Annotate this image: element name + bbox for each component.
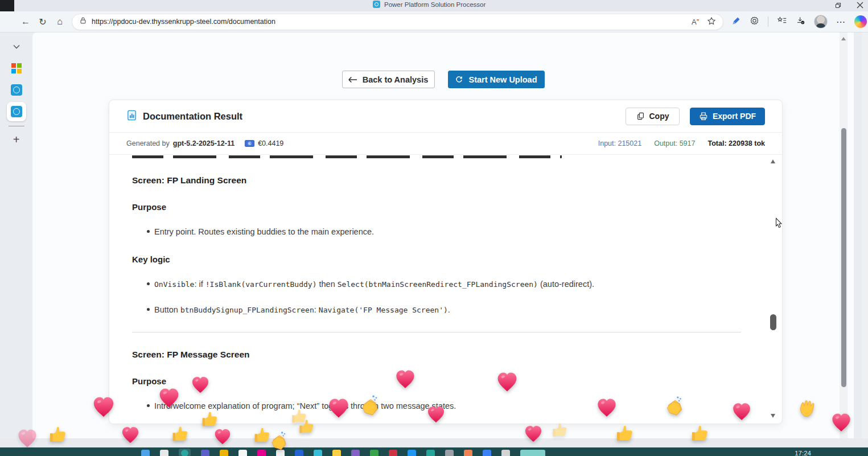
taskbar-app-icon[interactable] bbox=[445, 450, 454, 456]
taskbar-app-icon[interactable] bbox=[276, 450, 285, 456]
taskbar-app-icon[interactable] bbox=[389, 450, 397, 456]
sidebar-tab-microsoft[interactable] bbox=[7, 59, 26, 78]
taskbar-app-icon[interactable] bbox=[238, 450, 247, 456]
microsoft-logo-icon bbox=[11, 63, 22, 73]
doc-body: Screen: FP Landing ScreenPurposeEntry po… bbox=[109, 155, 782, 423]
copy-button[interactable]: Copy bbox=[626, 108, 680, 125]
sub-heading: Purpose bbox=[132, 202, 750, 212]
read-aloud-icon[interactable]: A” bbox=[692, 18, 699, 26]
taskbar-app-icon[interactable] bbox=[141, 450, 150, 456]
taskbar-app-icon[interactable] bbox=[351, 450, 360, 456]
sidebar-tab-app-active[interactable] bbox=[7, 102, 26, 121]
taskbar-app-icon[interactable] bbox=[332, 450, 341, 456]
address-bar[interactable]: https://ppdocu-dev.thyssenkrupp-steel.co… bbox=[72, 14, 723, 30]
generated-by-text: Generated by bbox=[126, 139, 170, 147]
taskbar-app-icon[interactable] bbox=[408, 450, 416, 456]
workspace: + Back to Analysis Start New Upload Docu… bbox=[0, 32, 868, 447]
lock-icon bbox=[79, 17, 87, 27]
scroll-up-arrow-icon[interactable] bbox=[771, 159, 775, 163]
reload-icon[interactable]: ↻ bbox=[34, 17, 51, 27]
page-scroll-up-icon[interactable] bbox=[841, 37, 846, 40]
tab-title: Power Platform Solution Processor bbox=[384, 1, 486, 8]
bullet-item: Button btnBuddySignup_FPLandingScreen: N… bbox=[132, 305, 750, 316]
browser-toolbar: ← ↻ ⌂ https://ppdocu-dev.thyssenkrupp-st… bbox=[0, 11, 868, 32]
taskbar-app-icon[interactable] bbox=[464, 450, 472, 456]
section-divider bbox=[132, 332, 741, 332]
generation-cost: €0.4419 bbox=[258, 139, 283, 147]
taskbar-app-icon[interactable] bbox=[370, 450, 379, 456]
documentation-scroll-area[interactable]: Screen: FP Landing ScreenPurposeEntry po… bbox=[109, 155, 782, 423]
documentation-result-card: Documentation Result Copy Export PDF Gen… bbox=[109, 100, 783, 424]
scroll-down-arrow-icon[interactable] bbox=[771, 414, 775, 418]
taskbar-app-icon[interactable] bbox=[160, 450, 168, 456]
window-restore-button[interactable] bbox=[834, 2, 842, 9]
home-icon[interactable]: ⌂ bbox=[51, 17, 68, 27]
taskbar-app-icon[interactable] bbox=[501, 450, 510, 456]
toolbar-divider bbox=[768, 17, 768, 27]
start-new-upload-button[interactable]: Start New Upload bbox=[448, 71, 545, 88]
card-title: Documentation Result bbox=[143, 111, 242, 122]
profile-avatar[interactable] bbox=[814, 15, 828, 28]
windows-taskbar[interactable]: 17:24 bbox=[0, 447, 868, 456]
app-favicon-icon bbox=[11, 106, 22, 117]
browser-tab[interactable]: Power Platform Solution Processor bbox=[373, 1, 486, 8]
taskbar-app-icon[interactable] bbox=[426, 450, 435, 456]
model-name: gpt-5.2-2025-12-11 bbox=[173, 139, 235, 147]
document-chart-icon bbox=[126, 110, 137, 123]
page-scrollbar-thumb[interactable] bbox=[841, 128, 846, 387]
clipped-text-remnant bbox=[132, 155, 562, 158]
page-scrollbar[interactable] bbox=[840, 32, 848, 447]
restart-circle-icon bbox=[455, 75, 463, 84]
taskbar-app-icon[interactable] bbox=[257, 450, 266, 456]
app-favicon-icon bbox=[11, 84, 22, 96]
screen-heading: Screen: FP Landing Screen bbox=[132, 175, 750, 186]
card-meta-row: Generated by gpt-5.2-2025-12-11 € €0.441… bbox=[109, 133, 782, 155]
taskbar-icons bbox=[141, 450, 545, 456]
card-scrollbar-thumb[interactable] bbox=[770, 314, 776, 330]
window-close-button[interactable] bbox=[857, 2, 863, 9]
taskbar-clock: 17:24 bbox=[795, 450, 811, 456]
taskbar-app-icon[interactable] bbox=[314, 450, 322, 456]
taskbar-app-icon[interactable] bbox=[220, 450, 228, 456]
input-tokens-stat: Input: 215021 bbox=[598, 139, 641, 147]
collapse-chevron-icon[interactable] bbox=[7, 37, 26, 56]
taskbar-app-icon[interactable] bbox=[201, 450, 209, 456]
copy-icon bbox=[636, 112, 645, 121]
export-pdf-button[interactable]: Export PDF bbox=[690, 108, 765, 125]
more-menu-icon[interactable]: ⋯ bbox=[836, 17, 846, 27]
window-titlebar: Power Platform Solution Processor bbox=[0, 0, 868, 11]
sidebar-divider bbox=[9, 126, 24, 126]
back-icon[interactable]: ← bbox=[17, 17, 34, 27]
url-text[interactable]: https://ppdocu-dev.thyssenkrupp-steel.co… bbox=[92, 18, 692, 26]
taskbar-app-icon[interactable] bbox=[520, 450, 545, 456]
edge-vertical-tabs: + bbox=[0, 32, 32, 447]
card-header: Documentation Result Copy Export PDF bbox=[109, 100, 782, 133]
tab-favicon-icon bbox=[373, 1, 380, 8]
window-bottom-edge bbox=[0, 438, 868, 447]
taskbar-app-icon[interactable] bbox=[483, 450, 491, 456]
favorites-list-icon[interactable] bbox=[777, 16, 787, 27]
taskbar-app-icon[interactable] bbox=[295, 450, 303, 456]
sub-heading: Key logic bbox=[132, 254, 750, 264]
output-tokens-stat: Output: 5917 bbox=[654, 139, 695, 147]
new-tab-button[interactable]: + bbox=[7, 130, 26, 149]
svg-text:€: € bbox=[249, 141, 251, 146]
extensions-icon[interactable] bbox=[750, 16, 759, 28]
taskbar-app-icon[interactable] bbox=[179, 449, 191, 456]
copy-label: Copy bbox=[649, 112, 669, 121]
downloads-icon[interactable] bbox=[796, 16, 805, 28]
sidebar-tab-app[interactable] bbox=[7, 80, 26, 100]
card-scrollbar[interactable] bbox=[769, 156, 778, 421]
export-pdf-label: Export PDF bbox=[713, 112, 756, 121]
edge-pen-icon[interactable] bbox=[731, 16, 741, 28]
web-page: Back to Analysis Start New Upload Docume… bbox=[32, 32, 854, 447]
back-to-analysis-label: Back to Analysis bbox=[363, 75, 429, 84]
bullet-item: Entry point. Routes existing buddies to … bbox=[132, 227, 750, 238]
copilot-icon[interactable] bbox=[854, 15, 867, 28]
favorite-star-icon[interactable] bbox=[707, 17, 716, 27]
sub-heading: Purpose bbox=[132, 376, 750, 386]
left-arrow-icon bbox=[348, 76, 357, 83]
screen-heading: Screen: FP Message Screen bbox=[132, 350, 750, 360]
total-tokens-stat: Total: 220938 tok bbox=[707, 139, 765, 147]
back-to-analysis-button[interactable]: Back to Analysis bbox=[342, 71, 435, 88]
